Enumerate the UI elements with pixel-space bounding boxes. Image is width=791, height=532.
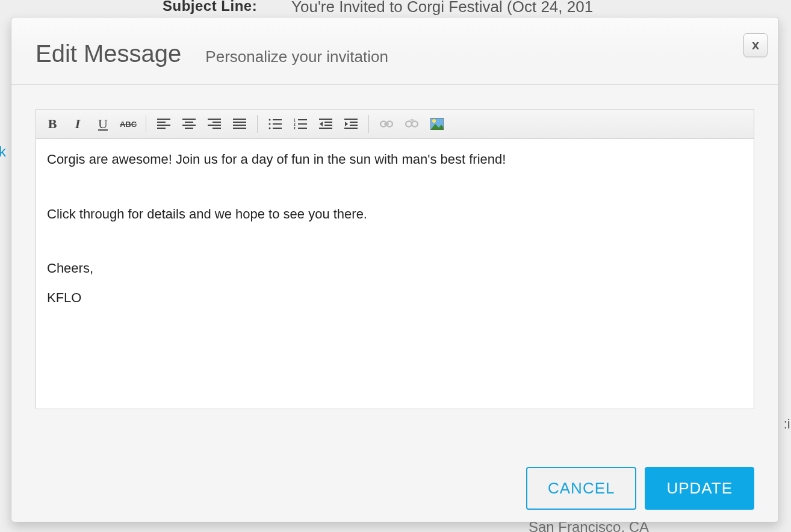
align-justify-button[interactable] [227,112,252,136]
indent-button[interactable] [338,112,364,136]
align-center-icon [182,119,196,129]
background-right-text-fragment: :ir [784,416,791,432]
align-left-button[interactable] [151,112,176,136]
remove-link-button[interactable] [399,112,424,136]
numbered-list-button[interactable]: 123 [288,112,313,136]
close-icon: x [752,37,759,53]
insert-link-button[interactable] [374,112,399,136]
close-button[interactable]: x [743,33,768,57]
svg-marker-32 [320,122,323,126]
modal-header: Edit Message Personalize your invitation [11,17,778,85]
svg-marker-37 [345,122,348,126]
insert-image-button[interactable] [424,112,450,136]
italic-icon: I [75,116,81,132]
align-center-button[interactable] [176,112,202,136]
outdent-icon [319,119,332,129]
indent-icon [344,119,358,129]
bold-icon: B [48,116,57,132]
strikethrough-button[interactable]: ABC [116,112,141,136]
toolbar-separator [368,115,369,133]
svg-point-46 [432,119,436,123]
link-icon [379,120,394,128]
svg-point-20 [269,128,271,129]
modal-title: Edit Message [36,40,181,67]
svg-point-16 [269,119,271,121]
background-subject-label: Subject Line: [163,0,257,14]
background-subject-value: You're Invited to Corgi Festival (Oct 24… [291,0,593,16]
strikethrough-icon: ABC [120,120,137,129]
rich-text-editor: B I U ABC [36,109,754,409]
align-left-icon [157,119,170,129]
svg-point-18 [269,123,271,125]
outdent-button[interactable] [313,112,338,136]
svg-text:2: 2 [294,122,296,126]
modal-footer: CANCEL UPDATE [526,467,754,510]
align-justify-icon [233,119,246,129]
unlink-icon [405,119,419,129]
bullet-list-button[interactable] [262,112,288,136]
background-sidebar-link-fragment: k [0,143,6,160]
edit-message-modal: x Edit Message Personalize your invitati… [11,17,779,522]
toolbar-separator [257,115,258,133]
bullet-list-icon [268,119,282,129]
toolbar-separator [146,115,146,133]
svg-text:3: 3 [294,126,296,129]
underline-button[interactable]: U [90,112,116,136]
align-right-button[interactable] [202,112,227,136]
bold-button[interactable]: B [40,112,65,136]
modal-subtitle: Personalize your invitation [205,48,388,66]
cancel-button[interactable]: CANCEL [526,467,636,510]
image-icon [430,118,444,130]
numbered-list-icon: 123 [294,119,307,129]
italic-button[interactable]: I [65,112,90,136]
update-button[interactable]: UPDATE [645,467,754,510]
svg-point-41 [406,122,412,127]
svg-point-42 [412,122,418,127]
message-body-input[interactable]: Corgis are awesome! Join us for a day of… [36,139,754,409]
editor-toolbar: B I U ABC [36,110,754,139]
underline-icon: U [98,116,108,132]
align-right-icon [208,119,221,129]
